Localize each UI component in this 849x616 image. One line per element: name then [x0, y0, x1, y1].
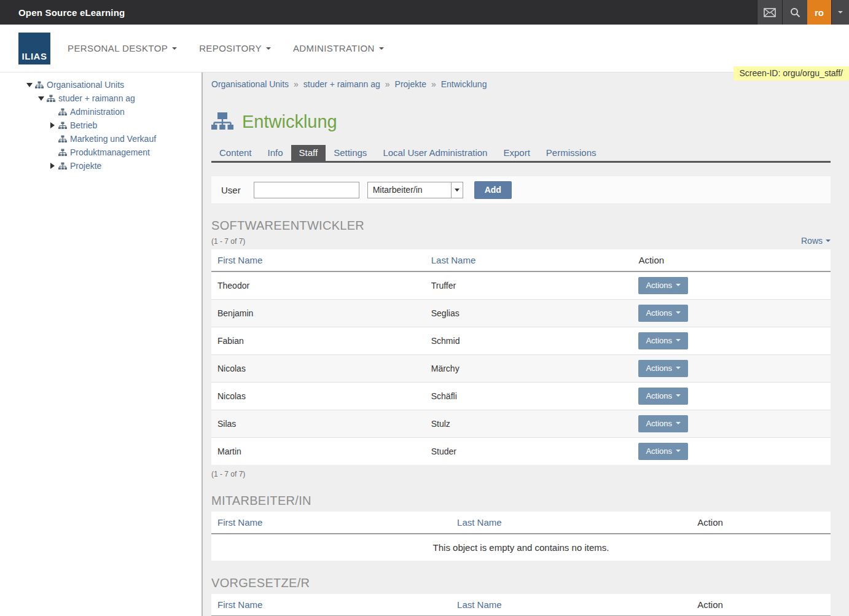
- tab-content[interactable]: Content: [211, 145, 260, 161]
- actions-label: Actions: [646, 336, 672, 345]
- table-row: SilasStulzActions: [211, 410, 831, 437]
- empty-row: This object is empty and contains no ite…: [211, 534, 831, 561]
- breadcrumb-link[interactable]: Projekte: [395, 79, 426, 89]
- cell-first-name: Benjamin: [211, 299, 425, 327]
- actions-button[interactable]: Actions: [638, 360, 688, 377]
- breadcrumb-link[interactable]: studer + raimann ag: [303, 79, 380, 89]
- sidebar-item-betrieb[interactable]: Betrieb: [0, 119, 201, 132]
- tab-local-user-administration[interactable]: Local User Administration: [375, 145, 495, 161]
- chevron-down-icon: [676, 394, 681, 397]
- user-search-input[interactable]: [254, 182, 359, 198]
- sidebar-item-marketing-und-verkauf[interactable]: Marketing und Verkauf: [0, 132, 201, 146]
- column-header-action: Action: [691, 594, 831, 616]
- page-title-block: Entwicklung: [211, 112, 831, 132]
- app-title: Open Source eLearning: [0, 7, 125, 18]
- org-unit-title-icon: [211, 112, 233, 131]
- table-row: NicolasSchäfliActions: [211, 382, 831, 410]
- tree-expander[interactable]: [47, 163, 58, 169]
- menu-item-repository[interactable]: REPOSITORY: [199, 43, 271, 53]
- tree-item-label: Administration: [70, 107, 125, 117]
- mail-icon: [764, 8, 776, 17]
- actions-button[interactable]: Actions: [638, 305, 688, 322]
- chevron-down-icon: [826, 240, 831, 242]
- sidebar-item-projekte[interactable]: Projekte: [0, 159, 201, 173]
- chevron-down-icon: [172, 47, 177, 50]
- tree-item-label: Betrieb: [70, 120, 97, 130]
- mail-button[interactable]: [757, 0, 782, 25]
- table-row: TheodorTrufferActions: [211, 271, 831, 299]
- column-header-last-name[interactable]: Last Name: [451, 512, 691, 534]
- tree-item-label: Projekte: [70, 161, 101, 171]
- select-arrow[interactable]: [451, 182, 463, 198]
- org-unit-tree: Organisational Units studer + raimann ag…: [0, 78, 201, 173]
- menu-label: PERSONAL DESKTOP: [68, 43, 168, 53]
- table-row: BenjaminSegliasActions: [211, 299, 831, 327]
- cell-last-name: Schmid: [425, 327, 633, 354]
- column-header-first-name[interactable]: First Name: [211, 512, 451, 534]
- actions-button[interactable]: Actions: [638, 443, 688, 460]
- chevron-down-icon: [676, 422, 681, 424]
- search-button[interactable]: [782, 0, 807, 25]
- cell-action: Actions: [632, 354, 831, 382]
- chevron-down-icon: [676, 311, 681, 314]
- tab-permissions[interactable]: Permissions: [538, 145, 604, 161]
- tab-settings[interactable]: Settings: [326, 145, 375, 161]
- tree-expander[interactable]: [23, 83, 35, 87]
- actions-label: Actions: [646, 446, 672, 456]
- org-unit-icon-wrap: [58, 135, 70, 143]
- user-menu-button[interactable]: [831, 0, 849, 25]
- sidebar-item-organisational-units[interactable]: Organisational Units: [0, 78, 201, 92]
- cell-action: Actions: [632, 410, 831, 437]
- rows-dropdown[interactable]: Rows: [801, 236, 831, 246]
- org-unit-icon: [35, 81, 44, 89]
- cell-last-name: Märchy: [425, 354, 633, 382]
- role-select[interactable]: Mitarbeiter/in: [367, 182, 463, 198]
- sidebar-item-studer-raimann-ag[interactable]: studer + raimann ag: [0, 92, 201, 105]
- add-button[interactable]: Add: [474, 181, 512, 199]
- menu-label: ADMINISTRATION: [293, 43, 375, 53]
- column-header-last-name[interactable]: Last Name: [425, 249, 633, 271]
- actions-button[interactable]: Actions: [638, 388, 688, 405]
- search-icon: [790, 7, 800, 18]
- tab-info[interactable]: Info: [260, 145, 291, 161]
- column-header-last-name[interactable]: Last Name: [451, 594, 691, 616]
- cell-action: Actions: [632, 299, 831, 327]
- table-row: FabianSchmidActions: [211, 327, 831, 354]
- actions-label: Actions: [646, 391, 672, 400]
- menu-item-personal-desktop[interactable]: PERSONAL DESKTOP: [68, 43, 177, 53]
- sidebar: Organisational Units studer + raimann ag…: [0, 72, 203, 616]
- chevron-down-icon: [676, 339, 681, 341]
- result-range-bottom: (1 - 7 of 7): [211, 470, 831, 478]
- ilias-logo[interactable]: ILIAS: [18, 33, 50, 64]
- column-header-first-name[interactable]: First Name: [211, 594, 451, 616]
- tab-staff[interactable]: Staff: [291, 145, 326, 161]
- cell-first-name: Theodor: [211, 271, 425, 299]
- chevron-down-icon: [266, 47, 271, 50]
- column-header-first-name[interactable]: First Name: [211, 249, 425, 271]
- add-user-toolbar: User Mitarbeiter/in Add: [211, 176, 831, 203]
- cell-first-name: Silas: [211, 410, 425, 437]
- tab-export[interactable]: Export: [495, 145, 538, 161]
- cell-last-name: Schäfli: [425, 382, 633, 410]
- tree-item-label: studer + raimann ag: [58, 93, 135, 103]
- tree-expander[interactable]: [35, 96, 47, 101]
- breadcrumb-separator: »: [431, 79, 436, 89]
- actions-button[interactable]: Actions: [638, 277, 688, 294]
- tree-item-label: Marketing und Verkauf: [70, 134, 156, 144]
- cell-last-name: Truffer: [425, 271, 633, 299]
- sidebar-item-produktmanagement[interactable]: Produktmanagement: [0, 146, 201, 159]
- table-row: MartinStuderActions: [211, 437, 831, 465]
- breadcrumb-link[interactable]: Organisational Units: [211, 79, 289, 89]
- actions-button[interactable]: Actions: [638, 415, 688, 432]
- tree-expander[interactable]: [47, 122, 58, 128]
- staff-sections: SOFTWAREENTWICKLER(1 - 7 of 7)RowsFirst …: [211, 219, 831, 616]
- content-area: Organisational Units»studer + raimann ag…: [203, 72, 849, 616]
- sidebar-item-administration[interactable]: Administration: [0, 105, 201, 119]
- menu-item-administration[interactable]: ADMINISTRATION: [293, 43, 384, 53]
- org-unit-icon-wrap: [58, 162, 70, 170]
- org-unit-icon-wrap: [35, 81, 47, 89]
- actions-button[interactable]: Actions: [638, 332, 688, 349]
- cell-action: Actions: [632, 437, 831, 465]
- user-avatar[interactable]: ro: [807, 0, 831, 25]
- breadcrumb-link[interactable]: Entwicklung: [441, 79, 487, 89]
